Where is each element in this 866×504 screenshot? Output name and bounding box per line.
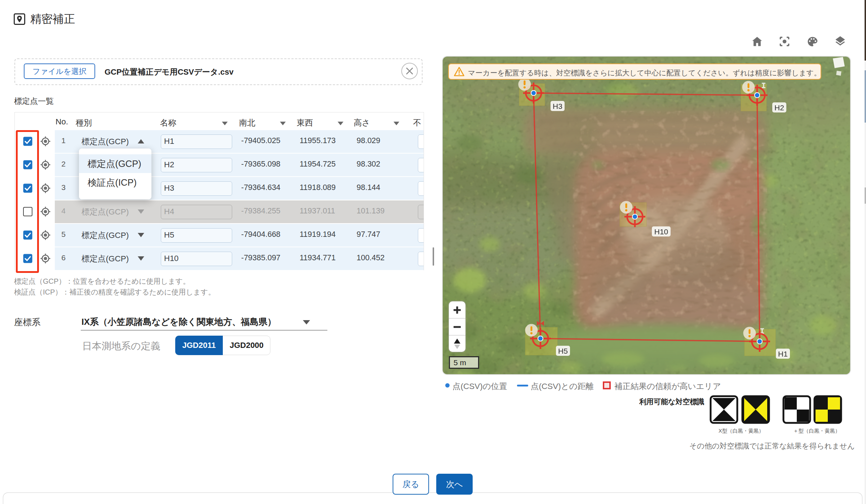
svg-text:H3: H3	[553, 102, 562, 110]
svg-text:H5: H5	[558, 347, 568, 355]
svg-text:H2: H2	[774, 103, 784, 112]
svg-text:H1: H1	[778, 350, 788, 358]
svg-text:H10: H10	[654, 227, 668, 236]
